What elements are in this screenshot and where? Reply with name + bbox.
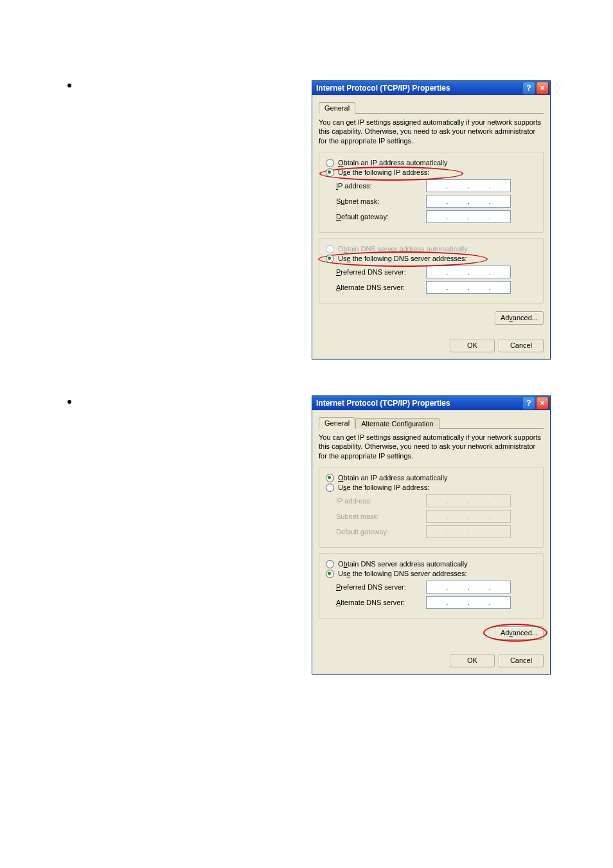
radio-use-dns-label: Use the following DNS server addresses:: [338, 255, 467, 262]
alternate-dns-input[interactable]: ...: [426, 596, 511, 609]
preferred-dns-input[interactable]: ...: [426, 266, 511, 278]
subnet-mask-label: Subnet mask:: [336, 512, 426, 520]
radio-obtain-dns-auto-label: Obtain DNS server address automatically: [338, 245, 468, 253]
radio-use-dns[interactable]: [326, 570, 334, 578]
dialog-content: General You can get IP settings assigned…: [312, 95, 550, 335]
radio-obtain-ip-auto-label: Obtain an IP address automatically: [338, 159, 447, 167]
bullet-1: [67, 84, 71, 87]
close-button[interactable]: ×: [536, 397, 549, 410]
preferred-dns-label: Preferred DNS server:: [336, 583, 426, 591]
default-gateway-row: Default gateway: ...: [336, 525, 537, 538]
preferred-dns-label: Preferred DNS server:: [336, 268, 426, 276]
cancel-button[interactable]: Cancel: [499, 339, 544, 352]
close-icon: ×: [540, 399, 544, 408]
alternate-dns-label: Alternate DNS server:: [336, 284, 426, 291]
radio-use-dns-row[interactable]: Use the following DNS server addresses:: [326, 570, 537, 578]
intro-text: You can get IP settings assigned automat…: [319, 118, 544, 145]
subnet-mask-row: Subnet mask: ...: [336, 195, 537, 208]
titlebar-buttons: ? ×: [522, 397, 549, 410]
ip-address-label: IP address:: [336, 182, 426, 190]
help-button[interactable]: ?: [522, 397, 535, 410]
titlebar: Internet Protocol (TCP/IP) Properties ? …: [312, 81, 550, 95]
radio-use-ip[interactable]: [326, 484, 334, 492]
radio-use-ip-label: Use the following IP address:: [338, 484, 429, 491]
titlebar: Internet Protocol (TCP/IP) Properties ? …: [312, 396, 550, 410]
ok-button[interactable]: OK: [450, 654, 495, 667]
advanced-button[interactable]: Advanced...: [495, 626, 544, 640]
radio-use-ip[interactable]: [326, 168, 334, 177]
advanced-button[interactable]: Advanced...: [495, 311, 544, 325]
radio-obtain-ip-auto[interactable]: [326, 159, 334, 167]
bullet-2: [67, 400, 71, 404]
dns-group: Obtain DNS server address automatically …: [319, 553, 544, 619]
intro-text: You can get IP settings assigned automat…: [319, 433, 544, 460]
dialog-content: General Alternate Configuration You can …: [312, 410, 550, 650]
radio-obtain-ip-auto[interactable]: [326, 474, 334, 482]
default-gateway-input: ...: [426, 525, 511, 538]
dialog-tcpip-properties-1: Internet Protocol (TCP/IP) Properties ? …: [312, 80, 551, 359]
radio-use-ip-row[interactable]: Use the following IP address:: [326, 484, 537, 492]
alternate-dns-row: Alternate DNS server: ...: [336, 281, 537, 294]
default-gateway-row: Default gateway: ...: [336, 210, 537, 223]
tabstrip: General: [319, 99, 544, 114]
preferred-dns-row: Preferred DNS server: ...: [336, 581, 537, 593]
ip-address-input[interactable]: ...: [426, 179, 511, 192]
dns-group: Obtain DNS server address automatically …: [319, 238, 544, 303]
preferred-dns-input[interactable]: ...: [426, 581, 511, 593]
alternate-dns-label: Alternate DNS server:: [336, 599, 426, 606]
advanced-row: Advanced...: [319, 624, 544, 644]
radio-use-ip-row[interactable]: Use the following IP address:: [326, 168, 537, 177]
subnet-mask-row: Subnet mask: ...: [336, 510, 537, 523]
dialog-buttons: OK Cancel: [312, 335, 550, 359]
radio-obtain-dns-auto-label: Obtain DNS server address automatically: [338, 560, 468, 568]
radio-obtain-ip-auto-row[interactable]: Obtain an IP address automatically: [326, 474, 537, 482]
titlebar-buttons: ? ×: [522, 82, 549, 95]
radio-obtain-dns-auto-row[interactable]: Obtain DNS server address automatically: [326, 560, 537, 568]
preferred-dns-row: Preferred DNS server: ...: [336, 266, 537, 278]
ip-address-label: IP address:: [336, 497, 426, 505]
subnet-mask-input[interactable]: ...: [426, 195, 511, 208]
tab-general[interactable]: General: [319, 102, 355, 114]
radio-use-ip-label: Use the following IP address:: [338, 168, 429, 176]
help-button[interactable]: ?: [522, 82, 535, 95]
advanced-row: Advanced...: [319, 309, 544, 329]
help-icon: ?: [526, 84, 531, 93]
tabstrip: General Alternate Configuration: [319, 414, 544, 429]
radio-use-dns[interactable]: [326, 255, 334, 263]
alternate-dns-input[interactable]: ...: [426, 281, 511, 294]
ip-address-row: IP address: ...: [336, 494, 537, 507]
radio-obtain-dns-auto[interactable]: [326, 560, 334, 568]
default-gateway-label: Default gateway:: [336, 213, 426, 221]
radio-obtain-dns-auto-row: Obtain DNS server address automatically: [326, 245, 537, 253]
titlebar-text: Internet Protocol (TCP/IP) Properties: [316, 399, 522, 408]
dialog-tcpip-properties-2: Internet Protocol (TCP/IP) Properties ? …: [312, 395, 551, 674]
close-icon: ×: [540, 84, 544, 93]
subnet-mask-label: Subnet mask:: [336, 197, 426, 205]
radio-obtain-ip-auto-row[interactable]: Obtain an IP address automatically: [326, 159, 537, 167]
titlebar-text: Internet Protocol (TCP/IP) Properties: [316, 84, 522, 93]
default-gateway-input[interactable]: ...: [426, 210, 511, 223]
tab-alternate-configuration[interactable]: Alternate Configuration: [355, 418, 440, 429]
default-gateway-label: Default gateway:: [336, 528, 426, 536]
dialog-buttons: OK Cancel: [312, 650, 550, 674]
subnet-mask-input: ...: [426, 510, 511, 523]
radio-obtain-ip-auto-label: Obtain an IP address automatically: [338, 474, 447, 482]
radio-use-dns-label: Use the following DNS server addresses:: [338, 570, 467, 577]
ip-group: Obtain an IP address automatically Use t…: [319, 467, 544, 548]
help-icon: ?: [526, 399, 531, 408]
alternate-dns-row: Alternate DNS server: ...: [336, 596, 537, 609]
tab-general[interactable]: General: [319, 417, 355, 429]
ip-group: Obtain an IP address automatically Use t…: [319, 152, 544, 233]
ip-address-input: ...: [426, 494, 511, 507]
radio-use-dns-row[interactable]: Use the following DNS server addresses:: [326, 255, 537, 263]
cancel-button[interactable]: Cancel: [499, 654, 544, 667]
ip-address-row: IP address: ...: [336, 179, 537, 192]
ok-button[interactable]: OK: [450, 339, 495, 352]
radio-obtain-dns-auto: [326, 245, 334, 253]
close-button[interactable]: ×: [536, 82, 549, 95]
